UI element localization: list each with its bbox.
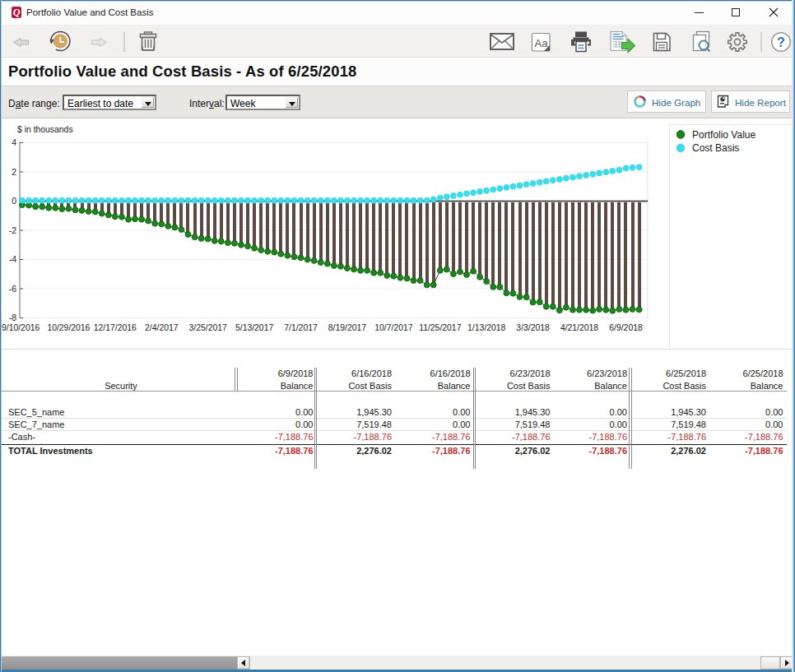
svg-text:12/17/2016: 12/17/2016 [94,323,137,332]
svg-text:4/21/2018: 4/21/2018 [560,323,598,332]
svg-text:9/10/2016: 9/10/2016 [2,323,40,332]
svg-text:?: ? [777,35,785,49]
svg-text:11/25/2017: 11/25/2017 [419,323,461,332]
svg-text:Portfolio Value: Portfolio Value [692,129,755,141]
svg-text:-2: -2 [9,225,16,235]
svg-text:-8: -8 [9,313,16,322]
svg-text:Aa: Aa [535,37,549,49]
svg-text:7/1/2017: 7/1/2017 [284,323,318,332]
svg-text:8/19/2017: 8/19/2017 [328,323,366,332]
svg-text:5/13/2017: 5/13/2017 [235,323,273,332]
svg-text:10/29/2016: 10/29/2016 [47,323,90,332]
svg-text:-4: -4 [9,254,16,264]
svg-text:-6: -6 [9,284,16,294]
svg-text:4: 4 [12,137,16,147]
svg-text:6/9/2018: 6/9/2018 [609,323,643,332]
svg-text:Cost Basis: Cost Basis [692,142,739,154]
svg-text:0: 0 [12,196,16,206]
svg-text:2: 2 [12,167,16,177]
svg-text:10/7/2017: 10/7/2017 [374,323,412,332]
svg-text:$ in thousands: $ in thousands [17,125,73,134]
svg-text:2/4/2017: 2/4/2017 [145,323,179,332]
svg-text:1/13/2018: 1/13/2018 [467,323,505,332]
svg-text:3/3/2018: 3/3/2018 [516,323,550,332]
svg-text:3/25/2017: 3/25/2017 [189,323,227,332]
